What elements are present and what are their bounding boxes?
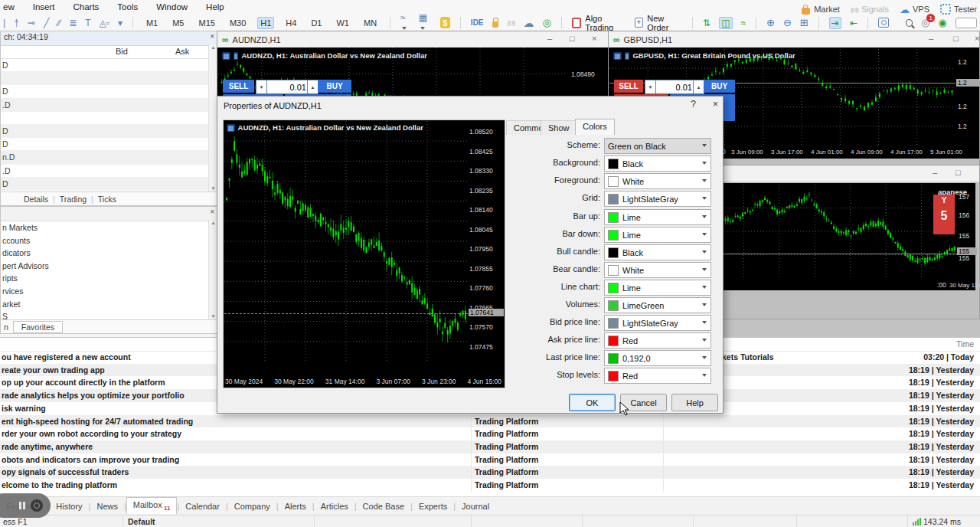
color-select-background[interactable]: Black [604, 155, 711, 172]
close-icon[interactable]: × [210, 32, 214, 41]
time-column-header[interactable]: Time [956, 339, 974, 349]
minimize-icon[interactable]: – [547, 34, 552, 43]
ide-button[interactable]: IDE [471, 18, 484, 27]
menu-item-charts[interactable]: Charts [73, 2, 99, 11]
channel-icon[interactable]: ∕∕ [57, 18, 60, 28]
ask-column-header[interactable]: Ask [175, 47, 189, 56]
dialog-titlebar[interactable]: Properties of AUDNZD,H1 [217, 97, 723, 114]
toolbox-tab-articles[interactable]: Articles [315, 499, 354, 513]
color-select-ask-price-line[interactable]: Red [604, 332, 711, 349]
market-watch-row[interactable]: .D [1, 165, 217, 178]
navigator-tab-common[interactable]: n [4, 322, 8, 332]
navigator-item[interactable]: arket [1, 298, 217, 311]
padlock-icon[interactable] [492, 21, 499, 28]
audnzd-sell-button[interactable]: SELL [223, 80, 254, 93]
screenshot-icon[interactable] [878, 18, 889, 28]
chart-shift-icon[interactable]: ⇤ [850, 18, 858, 28]
line-chart-icon[interactable]: ≈ [741, 18, 746, 28]
volume-increase-button[interactable]: ▲ [307, 80, 318, 94]
mailbox-row[interactable]: ent high-speed hosting for 24/7 automate… [0, 415, 980, 428]
market-watch-row[interactable]: D [1, 85, 217, 98]
vps-link[interactable]: ☁VPS [900, 4, 929, 15]
text-tool-icon[interactable]: T [85, 18, 90, 28]
tile-windows-icon[interactable]: ⊞ [800, 17, 808, 28]
timeframe-h1[interactable]: H1 [257, 17, 274, 29]
close-icon[interactable]: × [592, 34, 596, 43]
fibonacci-icon[interactable]: ≣ [69, 18, 77, 28]
color-select-volumes[interactable]: LimeGreen [604, 297, 711, 313]
mailbox-row[interactable]: opy signals of successful tradersTrading… [0, 466, 980, 479]
usdjpy-trade-panel-fragment[interactable]: Y 5 [933, 195, 955, 234]
mailbox-row[interactable]: obots and indicators can improve your tr… [0, 453, 980, 466]
navigator-item[interactable]: dicators [1, 247, 217, 260]
market-watch-tab-ticks[interactable]: Ticks [98, 195, 116, 204]
dropdown-caret-icon[interactable]: ▾ [118, 18, 122, 28]
zoom-in-icon[interactable]: ⊕ [766, 17, 775, 28]
market-watch-row[interactable]: D [1, 178, 217, 191]
toolbox-tab-news[interactable]: News [90, 499, 124, 513]
volume-input[interactable]: 0.01 [266, 80, 312, 94]
vertical-line-icon[interactable]: † [14, 18, 19, 28]
toolbox-tab-alerts[interactable]: Alerts [279, 499, 312, 513]
market-watch-row[interactable]: D [1, 59, 217, 72]
timeframe-d1[interactable]: D1 [308, 17, 325, 29]
scroll-up-icon[interactable]: ▲ [210, 45, 217, 50]
gbpusd-buy-button[interactable]: BUY [704, 80, 735, 93]
market-watch-row[interactable] [1, 72, 217, 85]
notifications-icon[interactable]: ◎1 [921, 17, 929, 28]
market-watch-tab-trading[interactable]: Trading [60, 195, 87, 204]
market-watch-tab-details[interactable]: Details [24, 195, 48, 204]
help-button[interactable]: Help [671, 394, 718, 411]
navigator-item[interactable]: ccounts [1, 234, 217, 247]
navigator-item[interactable]: n Markets [1, 221, 217, 234]
maximize-icon[interactable]: □ [570, 34, 575, 43]
scroll-down-icon[interactable]: ▼ [210, 186, 217, 191]
menu-item-ew[interactable]: ew [3, 2, 15, 11]
signals-link[interactable]: ((o))Signals [851, 5, 889, 14]
search-icon[interactable] [906, 19, 913, 27]
volume-decrease-button[interactable]: ▼ [645, 80, 656, 94]
minimize-icon[interactable]: – [933, 168, 937, 177]
mailbox-row[interactable]: rade anytime, anywhereTrading Platform18… [0, 440, 980, 453]
broadcast-icon[interactable]: ((o)) [507, 19, 514, 26]
navigator-item[interactable]: ripts [1, 272, 217, 285]
color-select-grid[interactable]: LightSlateGray [604, 191, 711, 207]
dialog-help-icon[interactable]: ? [691, 99, 696, 110]
usdjpy-chart-window[interactable]: – □ apanese Yen 157156155155155 :0030 Ma… [707, 165, 980, 319]
market-watch-row[interactable]: D [1, 138, 217, 151]
cursor-tool-icon[interactable]: | [3, 18, 5, 28]
dialog-tab-colors[interactable]: Colors [575, 119, 615, 135]
menu-item-help[interactable]: Help [206, 2, 224, 11]
toolbox-tab-history[interactable]: History [50, 499, 88, 513]
toolbox-tab-codebase[interactable]: Code Base [357, 499, 410, 513]
timeframe-m30[interactable]: M30 [227, 17, 249, 29]
market-watch-row[interactable]: D [1, 125, 217, 138]
algo-trading-button[interactable]: Algo Trading [572, 14, 626, 32]
menu-item-tools[interactable]: Tools [117, 2, 138, 11]
color-select-scheme[interactable]: Green on Black [604, 138, 711, 154]
navigator-tab-favorites[interactable]: Favorites [13, 321, 63, 333]
community-icon[interactable]: ◎ [542, 17, 550, 28]
status-ping[interactable]: 143.24 ms [923, 517, 961, 526]
color-select-bear-candle[interactable]: White [604, 262, 711, 278]
cloud-icon[interactable]: ☁ [523, 17, 534, 29]
market-watch-row[interactable]: n.D [1, 151, 217, 164]
mailbox-row[interactable]: elcome to the trading platformTrading Pl… [0, 479, 980, 492]
market-link[interactable]: Market [802, 5, 840, 15]
navigator-item[interactable]: pert Advisors [1, 260, 217, 273]
screen-recorder-overlay[interactable] [0, 493, 51, 518]
close-icon[interactable]: × [975, 34, 979, 43]
close-icon[interactable]: × [210, 208, 214, 216]
menu-item-window[interactable]: Window [156, 2, 188, 11]
toolbox-tab-mailbox[interactable]: Mailbox 11 [126, 497, 178, 514]
minimize-icon[interactable]: – [929, 34, 933, 43]
zoom-out-icon[interactable]: ⊖ [783, 17, 792, 28]
color-select-stop-levels[interactable]: Red [604, 368, 711, 384]
usdjpy-window-titlebar[interactable] [707, 165, 979, 182]
timeframe-m5[interactable]: M5 [169, 17, 187, 29]
trendline-icon[interactable]: ╱ [44, 18, 49, 28]
market-dollar-icon[interactable]: $ [440, 17, 450, 28]
mql5-account-icon[interactable]: ◉ [938, 17, 946, 28]
color-select-bull-candle[interactable]: Black [604, 244, 711, 260]
color-select-foreground[interactable]: White [604, 173, 711, 189]
